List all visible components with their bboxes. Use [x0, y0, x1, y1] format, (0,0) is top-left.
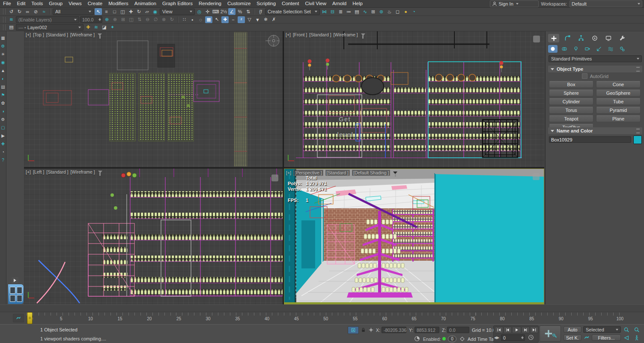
workspace-dropdown[interactable]: Default: [569, 0, 642, 7]
selection-set-dropdown[interactable]: Create Selection Set: [265, 9, 320, 15]
snap-edge-icon[interactable]: −: [230, 16, 237, 23]
soft-selection-icon[interactable]: ◌: [197, 16, 204, 23]
tick-label[interactable]: 85: [527, 316, 537, 321]
snap-toggle-25-icon[interactable]: 2½: [220, 8, 227, 15]
layer-list-icon[interactable]: ▤: [8, 24, 15, 31]
window-crossing-icon[interactable]: ◫: [119, 8, 126, 15]
tick-label[interactable]: 40: [262, 316, 272, 321]
viewport-layout-expand-button[interactable]: [12, 277, 18, 283]
mirror-icon[interactable]: ⋈: [321, 8, 328, 15]
menu-item[interactable]: Group: [46, 0, 66, 7]
tick-label[interactable]: 80: [497, 316, 507, 321]
subtab-helpers[interactable]: [594, 45, 604, 53]
menu-item[interactable]: Rendering: [196, 0, 224, 7]
tick-label[interactable]: 30: [203, 316, 213, 321]
play-icon[interactable]: ▶: [0, 132, 6, 138]
toolbar-grip[interactable]: [3, 24, 6, 30]
subtab-geometry[interactable]: [548, 45, 558, 53]
tab-hierarchy[interactable]: [575, 34, 587, 42]
menu-item[interactable]: Modifiers: [105, 0, 131, 7]
select-and-move-icon[interactable]: ✚: [127, 8, 134, 15]
tab-motion[interactable]: [589, 34, 600, 42]
primitive-button[interactable]: Box: [549, 81, 593, 88]
key-step-toggle-icon[interactable]: ◀▶: [494, 334, 499, 340]
snap-pointer-icon[interactable]: ↖: [213, 16, 221, 23]
tick-label[interactable]: 10: [85, 316, 95, 321]
animation-pie-icon[interactable]: [414, 335, 420, 342]
snap-pivot-icon[interactable]: ✚: [221, 16, 229, 23]
tab-display[interactable]: [603, 34, 614, 42]
subtab-space-warps[interactable]: [606, 45, 615, 53]
isolate-selection-toggle[interactable]: [348, 326, 359, 334]
select-and-rotate-icon[interactable]: ↻: [135, 8, 143, 15]
ribbon-toggle-icon[interactable]: ▤: [353, 8, 361, 15]
set-current-layer-icon[interactable]: ⇅: [136, 16, 143, 23]
hide-layer-icon[interactable]: ∅: [152, 16, 159, 23]
reference-coordinate-dropdown[interactable]: View: [160, 9, 195, 15]
zoom-all-icon[interactable]: [632, 326, 641, 333]
viewport-renderer-label[interactable]: [Standard ]: [309, 32, 331, 37]
viewcube[interactable]: [271, 175, 278, 181]
viewcube[interactable]: [533, 173, 540, 180]
cone-icon[interactable]: ▲: [0, 67, 6, 73]
snap-freeze-icon[interactable]: ❄: [262, 16, 269, 23]
selection-region-icon[interactable]: □: [111, 8, 118, 15]
current-frame-field[interactable]: 0: [501, 334, 525, 341]
viewport-layout-tab[interactable]: [8, 284, 24, 304]
walk-through-icon[interactable]: [632, 334, 641, 341]
snap-3d-toggle-icon[interactable]: ▦: [205, 16, 212, 23]
gear-icon[interactable]: ⚙: [0, 116, 6, 122]
primitive-button[interactable]: Pyramid: [596, 107, 641, 114]
sun-icon[interactable]: ◉: [0, 59, 6, 65]
add-selection-to-layer-icon[interactable]: ◪: [101, 24, 108, 31]
constraint-face-icon[interactable]: ▼: [254, 16, 261, 23]
bind-to-space-warp-icon[interactable]: ≈: [40, 8, 48, 15]
viewport-top[interactable]: [+] [Top ] [Standard ] [Wireframe ]: [24, 31, 283, 167]
primitive-button[interactable]: Plane: [596, 115, 641, 122]
layer-explorer-icon[interactable]: ≔: [345, 8, 352, 15]
viewport-shading-label[interactable]: [Default Shading ]: [352, 170, 390, 176]
list-icon[interactable]: ▤: [0, 84, 6, 90]
viewport-view-label[interactable]: [Front ]: [293, 32, 307, 37]
key-filter-dropdown[interactable]: Selected: [583, 326, 621, 333]
primitive-button[interactable]: Cone: [596, 81, 641, 88]
field-of-view-icon[interactable]: [622, 334, 631, 341]
percent-snap-icon[interactable]: %: [236, 8, 244, 15]
layer-value-spinner[interactable]: 100.0: [80, 16, 102, 23]
toolbar-grip[interactable]: [3, 9, 6, 15]
tick-label[interactable]: 75: [468, 316, 478, 321]
tick-label[interactable]: 60: [379, 316, 390, 321]
add-to-layer-icon[interactable]: ⊞: [119, 16, 127, 23]
spinner-snap-icon[interactable]: ⇅: [244, 8, 252, 15]
constraint-edge-icon[interactable]: ▽: [246, 16, 253, 23]
menu-item[interactable]: File: [0, 0, 14, 7]
filters-button[interactable]: Filters...: [592, 334, 621, 341]
align-icon[interactable]: ⊟: [329, 8, 336, 15]
primitive-button[interactable]: GeoSphere: [596, 90, 641, 96]
viewport-left[interactable]: [+] [Left ] [Standard ] [Wireframe ]: [24, 168, 283, 304]
menu-item[interactable]: Animation: [131, 0, 159, 7]
tab-modify[interactable]: [562, 34, 573, 42]
layer-stack-icon[interactable]: ≋: [92, 24, 100, 31]
keyboard-override-icon[interactable]: ⌨: [212, 8, 219, 15]
undo-icon[interactable]: ↺: [8, 8, 15, 15]
viewport-shading-label[interactable]: [Wireframe ]: [70, 32, 95, 37]
mini-curve-editor-toggle[interactable]: [13, 314, 24, 322]
curve-editor-icon[interactable]: ∿: [361, 8, 369, 15]
go-to-start-button[interactable]: [495, 327, 503, 333]
snap-clear-icon[interactable]: ✗: [270, 16, 277, 23]
use-pivot-center-icon[interactable]: ◎: [196, 8, 203, 15]
go-to-end-button[interactable]: [530, 327, 538, 333]
tick-label[interactable]: 45: [291, 316, 301, 321]
select-by-name-icon[interactable]: ≡: [103, 8, 110, 15]
menu-item[interactable]: Create: [85, 0, 106, 7]
redo-icon[interactable]: ↻: [16, 8, 23, 15]
menu-item[interactable]: Content: [279, 0, 302, 7]
select-object-icon[interactable]: ↖: [95, 8, 102, 15]
camera-icon[interactable]: ▦: [0, 35, 6, 41]
object-type-rollout[interactable]: Object Type: [548, 66, 642, 72]
selection-lock-icon[interactable]: [360, 327, 366, 333]
new-layer-icon[interactable]: ⊕: [103, 16, 110, 23]
menu-item[interactable]: Tools: [28, 0, 46, 7]
absolute-offset-toggle-icon[interactable]: [368, 327, 374, 333]
